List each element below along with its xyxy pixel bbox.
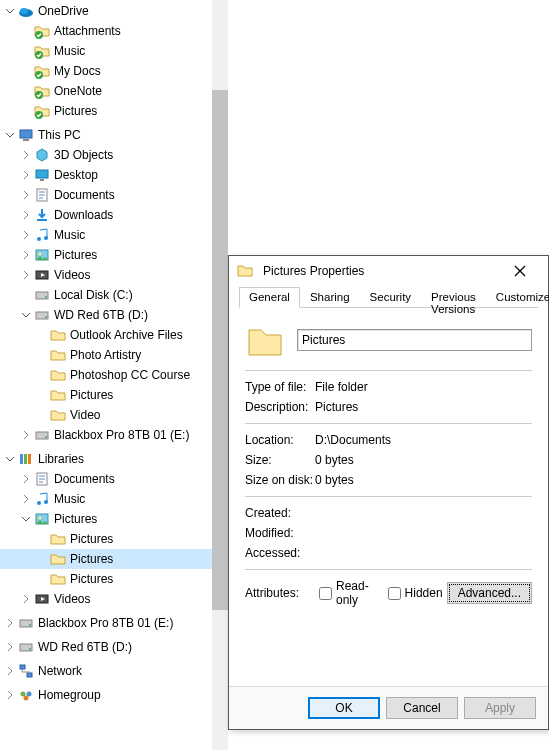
property-row: Size on disk:0 bytes: [245, 470, 532, 490]
tab-security[interactable]: Security: [360, 287, 422, 308]
property-value: D:\Documents: [315, 433, 532, 447]
hidden-checkbox[interactable]: [388, 587, 401, 600]
tree-item-label: WD Red 6TB (D:): [54, 308, 148, 322]
chevron-right-icon[interactable]: [20, 493, 32, 505]
cancel-button[interactable]: Cancel: [386, 697, 458, 719]
tree-item-label: Videos: [54, 592, 90, 606]
hidden-checkbox-wrap[interactable]: Hidden: [388, 586, 443, 600]
tree-item[interactable]: Libraries: [0, 449, 212, 469]
svg-rect-37: [20, 665, 25, 669]
tree-item[interactable]: Videos: [0, 589, 212, 609]
chevron-down-icon[interactable]: [20, 309, 32, 321]
chevron-placeholder: [36, 553, 48, 565]
chevron-right-icon[interactable]: [4, 665, 16, 677]
tree-item[interactable]: Homegroup: [0, 685, 212, 705]
tab-general[interactable]: General: [239, 287, 300, 308]
close-button[interactable]: [500, 257, 540, 285]
property-row: Location:D:\Documents: [245, 430, 532, 450]
chevron-right-icon[interactable]: [20, 149, 32, 161]
tree-item-label: OneDrive: [38, 4, 89, 18]
tree-item[interactable]: WD Red 6TB (D:): [0, 637, 212, 657]
apply-button[interactable]: Apply: [464, 697, 536, 719]
readonly-checkbox-wrap[interactable]: Read-only: [319, 579, 374, 607]
tree-item[interactable]: Documents: [0, 469, 212, 489]
tree-item-label: Pictures: [54, 104, 97, 118]
pc-icon: [18, 127, 34, 143]
tree-item-label: Local Disk (C:): [54, 288, 133, 302]
tree-item[interactable]: Desktop: [0, 165, 212, 185]
chevron-right-icon[interactable]: [20, 269, 32, 281]
tree-item-label: Pictures: [70, 532, 113, 546]
chevron-right-icon[interactable]: [20, 209, 32, 221]
chevron-right-icon[interactable]: [20, 429, 32, 441]
tab-previous-versions[interactable]: Previous Versions: [421, 287, 486, 308]
music-icon: [34, 227, 50, 243]
tree-item[interactable]: Network: [0, 661, 212, 681]
tab-customize[interactable]: Customize: [486, 287, 549, 308]
tree-item-label: My Docs: [54, 64, 101, 78]
navigation-tree[interactable]: OneDriveAttachmentsMusicMy DocsOneNotePi…: [0, 0, 212, 750]
tree-item[interactable]: Pictures: [0, 245, 212, 265]
tree-item[interactable]: 3D Objects: [0, 145, 212, 165]
tree-item[interactable]: Pictures: [0, 549, 212, 569]
chevron-right-icon[interactable]: [4, 641, 16, 653]
tree-item[interactable]: Local Disk (C:): [0, 285, 212, 305]
tree-item[interactable]: Downloads: [0, 205, 212, 225]
chevron-right-icon[interactable]: [20, 473, 32, 485]
tree-item[interactable]: OneNote: [0, 81, 212, 101]
tree-scrollthumb[interactable]: [212, 90, 228, 610]
tree-item[interactable]: Music: [0, 41, 212, 61]
tree-item[interactable]: Music: [0, 225, 212, 245]
tree-item-label: Pictures: [70, 552, 113, 566]
chevron-right-icon[interactable]: [20, 249, 32, 261]
chevron-placeholder: [20, 25, 32, 37]
chevron-right-icon[interactable]: [4, 617, 16, 629]
tree-item[interactable]: Documents: [0, 185, 212, 205]
chevron-down-icon[interactable]: [4, 453, 16, 465]
chevron-down-icon[interactable]: [20, 513, 32, 525]
ok-button[interactable]: OK: [308, 697, 380, 719]
svg-point-1: [20, 8, 28, 14]
network-icon: [18, 663, 34, 679]
advanced-button[interactable]: Advanced...: [447, 582, 532, 604]
readonly-checkbox[interactable]: [319, 587, 332, 600]
tree-item[interactable]: Pictures: [0, 101, 212, 121]
folder-name-input[interactable]: [297, 329, 532, 351]
chevron-down-icon[interactable]: [4, 5, 16, 17]
tree-item[interactable]: This PC: [0, 125, 212, 145]
tree-item[interactable]: Music: [0, 489, 212, 509]
tree-item[interactable]: Blackbox Pro 8TB 01 (E:): [0, 613, 212, 633]
svg-point-41: [24, 696, 29, 701]
tree-item[interactable]: Blackbox Pro 8TB 01 (E:): [0, 425, 212, 445]
tree-item[interactable]: My Docs: [0, 61, 212, 81]
chevron-down-icon[interactable]: [4, 129, 16, 141]
tree-item[interactable]: Attachments: [0, 21, 212, 41]
tree-item[interactable]: Photo Artistry: [0, 345, 212, 365]
chevron-right-icon[interactable]: [20, 169, 32, 181]
tree-item[interactable]: Pictures: [0, 509, 212, 529]
tree-scrollbar[interactable]: [212, 0, 228, 750]
tree-item[interactable]: WD Red 6TB (D:): [0, 305, 212, 325]
dialog-titlebar[interactable]: Pictures Properties: [229, 256, 548, 286]
sync-folder-icon: [34, 43, 50, 59]
chevron-right-icon[interactable]: [20, 189, 32, 201]
sync-folder-icon: [34, 83, 50, 99]
property-row: Created:: [245, 503, 532, 523]
chevron-right-icon[interactable]: [20, 229, 32, 241]
sync-folder-icon: [34, 103, 50, 119]
tree-item[interactable]: OneDrive: [0, 1, 212, 21]
tree-item[interactable]: Videos: [0, 265, 212, 285]
svg-rect-10: [40, 179, 44, 181]
tree-item[interactable]: Pictures: [0, 385, 212, 405]
tree-item[interactable]: Video: [0, 405, 212, 425]
music-icon: [34, 491, 50, 507]
tree-item-label: Network: [38, 664, 82, 678]
tree-item[interactable]: Photoshop CC Course: [0, 365, 212, 385]
tree-item[interactable]: Pictures: [0, 569, 212, 589]
tree-item[interactable]: Pictures: [0, 529, 212, 549]
tree-item[interactable]: Outlook Archive Files: [0, 325, 212, 345]
chevron-right-icon[interactable]: [4, 689, 16, 701]
svg-rect-24: [20, 454, 23, 464]
tab-sharing[interactable]: Sharing: [300, 287, 360, 308]
chevron-right-icon[interactable]: [20, 593, 32, 605]
